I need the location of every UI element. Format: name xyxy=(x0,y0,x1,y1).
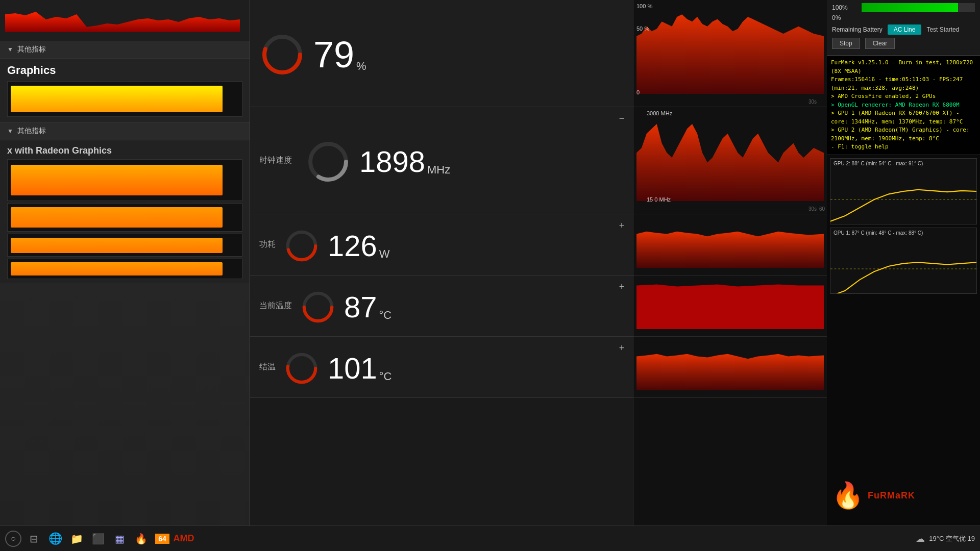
power-plus-btn[interactable]: + xyxy=(616,219,628,232)
clock-60-label: 60 xyxy=(819,206,825,212)
other-indicators-row-2[interactable]: ▼ 其他指标 xyxy=(0,122,250,140)
taskbar-app2-btn[interactable]: ▦ xyxy=(110,530,129,548)
furmark-info-line3: > AMD CrossFire enabled, 2 GPUs xyxy=(831,92,976,101)
taskbar-files-btn[interactable]: 📁 xyxy=(67,530,86,548)
furmark-gpu2-graph: GPU 2: 88° C (min: 54° C - max: 91° C) xyxy=(830,158,977,224)
power-value: 126 xyxy=(328,229,377,262)
temp-value-area: 87°C xyxy=(344,292,624,322)
clock-controls: − xyxy=(616,112,628,124)
furmark-bar-row: 100% xyxy=(832,3,975,12)
clock-area-chart xyxy=(636,114,824,201)
orange-bar-1-container xyxy=(7,159,242,201)
furmark-action-row: Stop Clear xyxy=(832,38,975,49)
taskbar-furmark-btn[interactable]: 🔥 xyxy=(132,530,150,548)
amd-icon: AMD xyxy=(174,533,194,544)
furmark-logo-area: 🔥 FuRMaRK xyxy=(832,481,915,510)
edge-icon: 🌐 xyxy=(48,532,62,545)
taskbar-search-btn[interactable]: ⊟ xyxy=(24,530,43,548)
clock-label: 时钟速度 xyxy=(259,155,292,166)
junc-unit: °C xyxy=(379,370,392,383)
left-panel: ▼ 其他指标 Graphics ▼ 其他指标 x with Radeon Gra… xyxy=(0,0,250,551)
furmark-stop-btn[interactable]: Stop xyxy=(832,38,860,49)
power-block: + 功耗 126W xyxy=(250,214,633,276)
taskbar-app1-btn[interactable]: ⬛ xyxy=(89,530,107,548)
furmark-bar-row-2: 0% xyxy=(832,14,975,21)
temp-controls: + xyxy=(616,281,628,293)
taskbar-right: ☁ 19°C 空气优 19 xyxy=(916,533,975,544)
orange-bar-4-container xyxy=(7,259,242,279)
junc-chart-section xyxy=(633,337,827,398)
usage-0-label: 0 xyxy=(636,89,640,95)
power-chart-section xyxy=(633,214,827,276)
usage-block: 79% xyxy=(250,0,633,107)
clock-label-area: 时钟速度 xyxy=(259,155,292,168)
graphics-title: Graphics xyxy=(7,64,242,77)
orange-bar-2 xyxy=(11,207,223,228)
furmark-info-overlay: FurMark v1.25.1.0 - Burn-in test, 1280x7… xyxy=(827,56,980,155)
furmark-bar-fill xyxy=(862,3,958,12)
orange-bar-2-container xyxy=(7,203,242,232)
furmark-flame-icon: 🔥 xyxy=(832,481,864,510)
usage-unit: % xyxy=(356,60,366,72)
top-red-chart xyxy=(5,4,240,32)
start-icon: ○ xyxy=(11,534,16,543)
taskbar-start-btn[interactable]: ○ xyxy=(5,531,21,547)
radeon-section: x with Radeon Graphics xyxy=(0,140,250,283)
junc-controls: + xyxy=(616,342,628,354)
furmark-gpu2-label: GPU 2: 88° C (min: 54° C - max: 91° C) xyxy=(834,161,923,166)
orange-bar-3-container xyxy=(7,234,242,257)
furmark-battery-label: Remaining Battery xyxy=(832,26,883,33)
junc-block: + 结温 101°C xyxy=(250,337,633,398)
junc-area-chart xyxy=(636,342,824,390)
furmark-gpu1-graph: GPU 1: 87° C (min: 48° C - max: 88° C) xyxy=(830,228,977,294)
orange-bar-1 xyxy=(11,165,223,195)
taskbar-amd-btn[interactable]: AMD xyxy=(175,530,193,548)
chevron-down-icon-2: ▼ xyxy=(7,128,13,135)
temp-label: 当前温度 xyxy=(259,300,292,311)
clock-value: 1898 xyxy=(359,145,425,178)
clock-minus-btn[interactable]: − xyxy=(616,112,628,124)
cloud-icon: ☁ xyxy=(916,533,925,544)
clock-gauge xyxy=(305,139,351,185)
furmark-info-line7: - F1: toggle help xyxy=(831,143,976,152)
clock-mhz-bottom-label: 15 0 MHz xyxy=(647,196,671,203)
furmark-btn-row: Remaining Battery AC Line Test Started xyxy=(832,24,975,35)
taskbar-edge-btn[interactable]: 🌐 xyxy=(46,530,64,548)
taskbar-game-btn[interactable]: 64 xyxy=(153,530,172,548)
furmark-info-line6: > GPU 2 (AMD Radeon(TM) Graphics) - core… xyxy=(831,126,976,143)
graphics-section: Graphics xyxy=(0,59,250,122)
app2-icon: ▦ xyxy=(115,533,125,545)
furmark-taskbar-icon: 🔥 xyxy=(135,533,148,545)
clock-block: − 时钟速度 1898MHz xyxy=(250,107,633,214)
taskbar: ○ ⊟ 🌐 📁 ⬛ ▦ 🔥 64 AMD ☁ 19°C 空气优 19 xyxy=(0,525,980,551)
furmark-bar-bg xyxy=(862,3,975,12)
furmark-ac-btn[interactable]: AC Line xyxy=(888,24,922,35)
files-icon: 📁 xyxy=(70,533,83,545)
furmark-info-line2: Frames:156416 - time:05:11:03 - FPS:247 … xyxy=(831,76,976,92)
junc-label: 结温 xyxy=(259,362,276,372)
furmark-clear-btn[interactable]: Clear xyxy=(865,38,895,49)
temp-area-chart xyxy=(636,281,824,329)
power-gauge xyxy=(284,228,320,264)
furmark-info-line1: FurMark v1.25.1.0 - Burn-in test, 1280x7… xyxy=(831,59,976,76)
other-indicators-label-1: 其他指标 xyxy=(17,45,46,54)
usage-100-label: 100 % xyxy=(636,3,652,9)
middle-panel: 79% − 时钟速度 1898MHz + 功耗 126W xyxy=(250,0,633,551)
furmark-info-line5: > GPU 1 (AMD Radeon RX 6700/6700 XT) - c… xyxy=(831,109,976,126)
temp-plus-btn[interactable]: + xyxy=(616,281,628,293)
junc-plus-btn[interactable]: + xyxy=(616,342,628,354)
power-unit: W xyxy=(379,247,390,260)
other-indicators-label-2: 其他指标 xyxy=(17,127,46,136)
furmark-panel: 100% 0% Remaining Battery AC Line Test S… xyxy=(827,0,980,551)
clock-chart-section: 3000 MHz 15 0 MHz 30s 60 xyxy=(633,107,827,214)
other-indicators-row-1[interactable]: ▼ 其他指标 xyxy=(0,41,250,59)
power-label-col: 功耗 xyxy=(259,239,276,252)
power-value-area: 126W xyxy=(328,231,624,261)
temp-unit: °C xyxy=(379,309,392,321)
temp-label-col: 当前温度 xyxy=(259,300,292,313)
clock-unit: MHz xyxy=(427,163,450,176)
search-icon: ⊟ xyxy=(30,533,38,545)
radeon-title: x with Radeon Graphics xyxy=(7,145,242,156)
temp-gauge xyxy=(300,289,336,325)
furmark-test-label: Test Started xyxy=(926,26,959,33)
